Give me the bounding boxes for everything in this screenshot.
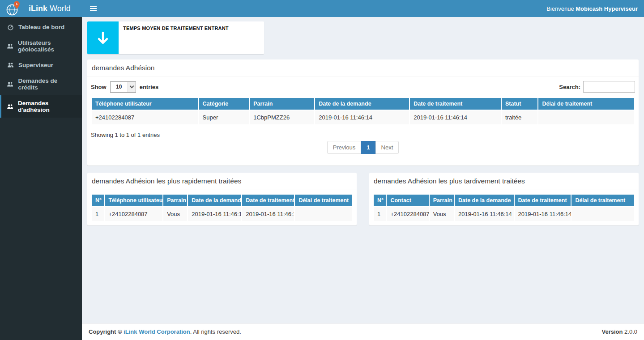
entries-label: entries: [140, 84, 159, 90]
page-size-value: 10: [111, 82, 128, 92]
top-bar: $ iLink World Bienvenue Mobicash Hypervi…: [0, 0, 644, 17]
column-header[interactable]: Parrain: [430, 195, 454, 206]
table-row: 1 +24102284087 Vous 2019-01-16 11:46:14 …: [92, 207, 352, 221]
tardivement-traitees-table: N° Contact Parrain Date de la demande Da…: [373, 194, 635, 222]
page-1-button[interactable]: 1: [361, 141, 375, 154]
column-header[interactable]: Parrain: [163, 195, 187, 206]
panel-rapidement-traitees: demandes Adhésion les plus rapidement tr…: [87, 173, 357, 225]
search-label: Search:: [559, 84, 580, 90]
panel-tardivement-traitees: demandes Adhésion les plus tardivement t…: [369, 173, 639, 225]
cell-parrain: Vous: [430, 207, 454, 221]
column-header[interactable]: Parrain: [250, 98, 314, 110]
column-header[interactable]: N°: [92, 195, 104, 206]
cell-date-demande: 2019-01-16 11:46:14: [315, 110, 409, 124]
table-row: +24102284087 Super 1CbpPMZZ26 2019-01-16…: [92, 110, 634, 124]
users-icon: [7, 103, 13, 110]
company-link[interactable]: iLink World Corporation: [124, 328, 190, 335]
table-header-row: N° Téléphone utilisateur Parrain Date de…: [92, 195, 352, 206]
page-length-control: Show 10 entries: [91, 81, 158, 93]
demandes-adhesion-table: Téléphone utilisateur Catégorie Parrain …: [91, 97, 635, 125]
column-header[interactable]: N°: [374, 195, 386, 206]
previous-page-button[interactable]: Previous: [327, 141, 362, 154]
cell-delai: [538, 110, 634, 124]
panel-demandes-adhesion: demandes Adhésion Show 10 entries Se: [87, 60, 639, 166]
sidebar-item-label: Superviseur: [18, 62, 53, 68]
info-box-title: TEMPS MOYEN DE TRAITEMENT ENTRANT: [119, 21, 233, 54]
globe-pin-logo: $: [5, 0, 21, 17]
column-header[interactable]: Date de la demande: [188, 195, 241, 206]
cell-telephone: +24102284087: [92, 110, 198, 124]
panel-title: demandes Adhésion les plus rapidement tr…: [87, 173, 357, 190]
show-label: Show: [91, 84, 107, 90]
cell-contact: +24102284087: [387, 207, 428, 221]
cell-date-traitement: 2019-01-16 11:46:14: [242, 207, 294, 221]
top-nav: Bienvenue Mobicash Hyperviseur: [82, 0, 644, 17]
column-header[interactable]: Téléphone utilisateur: [92, 98, 198, 110]
cell-date-demande: 2019-01-16 11:46:14: [455, 207, 514, 221]
column-header[interactable]: Délai de traitement: [571, 195, 634, 206]
dashboard-icon: [7, 24, 14, 30]
sidebar-item-utilisateurs-geolocalises[interactable]: Utilisateurs géolocalisés: [0, 35, 82, 57]
sidebar-item-demandes-adhesion[interactable]: Demandes d'adhésion: [0, 95, 82, 118]
column-header[interactable]: Date de traitement: [410, 98, 501, 110]
sidebar-item-superviseur[interactable]: Superviseur: [0, 57, 82, 73]
table-row: 1 +24102284087 Vous 2019-01-16 11:46:14 …: [374, 207, 634, 221]
cell-numero: 1: [92, 207, 104, 221]
users-icon: [7, 81, 13, 88]
cell-categorie: Super: [199, 110, 249, 124]
sidebar: Tableau de bord Utilisateurs géolocalisé…: [0, 17, 82, 340]
brand-area[interactable]: $ iLink World: [0, 0, 82, 17]
cell-parrain: Vous: [163, 207, 187, 221]
cell-telephone: +24102284087: [105, 207, 162, 221]
table-header-row: N° Contact Parrain Date de la demande Da…: [374, 195, 634, 206]
cell-delai: [571, 207, 634, 221]
brand-title: iLink World: [29, 4, 71, 13]
cell-date-traitement: 2019-01-16 11:46:14: [515, 207, 571, 221]
next-page-button[interactable]: Next: [375, 141, 399, 154]
column-header[interactable]: Date de traitement: [515, 195, 571, 206]
panel-title: demandes Adhésion les plus tardivement t…: [369, 173, 639, 190]
column-header[interactable]: Date de la demande: [315, 98, 409, 110]
cell-statut: traitée: [502, 110, 537, 124]
down-arrow-icon: [87, 21, 119, 54]
table-header-row: Téléphone utilisateur Catégorie Parrain …: [92, 98, 634, 110]
info-box-temps-moyen: TEMPS MOYEN DE TRAITEMENT ENTRANT: [87, 21, 264, 54]
panel-title: demandes Adhésion: [87, 60, 639, 77]
cell-date-traitement: 2019-01-16 11:46:14: [410, 110, 501, 124]
sidebar-item-tableau-de-bord[interactable]: Tableau de bord: [0, 19, 82, 35]
copyright-text: Copyright © iLink World Corporation. All…: [89, 328, 241, 335]
sidebar-item-label: Demandes d'adhésion: [18, 100, 77, 113]
showing-entries-text: Showing 1 to 1 of 1 entries: [91, 132, 635, 138]
column-header[interactable]: Contact: [387, 195, 428, 206]
column-header[interactable]: Date de la demande: [455, 195, 514, 206]
sidebar-item-label: Demandes de crédits: [18, 77, 77, 91]
column-header[interactable]: Délai de traitement: [538, 98, 634, 110]
content-area: TEMPS MOYEN DE TRAITEMENT ENTRANT demand…: [82, 17, 644, 323]
column-header[interactable]: Téléphone utilisateur: [105, 195, 162, 206]
sidebar-item-label: Utilisateurs géolocalisés: [18, 39, 77, 53]
cell-parrain: 1CbpPMZZ26: [250, 110, 314, 124]
hamburger-icon[interactable]: [88, 3, 98, 14]
version-text: Version 2.0.0: [601, 328, 637, 335]
search-input[interactable]: [583, 81, 635, 93]
welcome-message: Bienvenue Mobicash Hyperviseur: [546, 5, 638, 12]
users-icon: [7, 62, 14, 68]
chevron-down-icon: [128, 82, 136, 92]
users-icon: [7, 43, 13, 50]
cell-numero: 1: [374, 207, 386, 221]
column-header[interactable]: Délai de traitement: [295, 195, 352, 206]
svg-text:$: $: [16, 2, 18, 6]
page-size-select[interactable]: 10: [110, 81, 136, 93]
sidebar-item-demandes-de-credits[interactable]: Demandes de crédits: [0, 73, 82, 95]
search-control: Search:: [559, 81, 635, 93]
rapidement-traitees-table: N° Téléphone utilisateur Parrain Date de…: [91, 194, 353, 222]
column-header[interactable]: Catégorie: [199, 98, 249, 110]
cell-date-demande: 2019-01-16 11:46:14: [188, 207, 241, 221]
sidebar-item-label: Tableau de bord: [18, 24, 64, 30]
pagination: Previous 1 Next: [91, 141, 635, 154]
footer: Copyright © iLink World Corporation. All…: [82, 323, 644, 340]
column-header[interactable]: Date de traitement: [242, 195, 294, 206]
cell-delai: [295, 207, 352, 221]
column-header[interactable]: Statut: [502, 98, 537, 110]
